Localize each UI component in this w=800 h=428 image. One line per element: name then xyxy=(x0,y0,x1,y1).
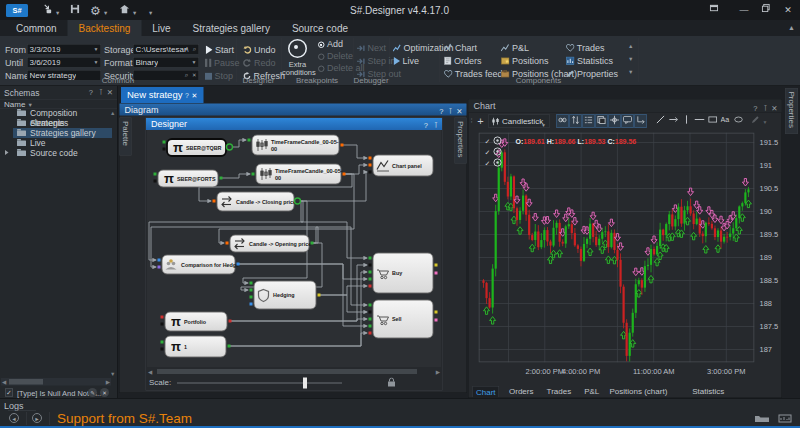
sort-tool-icon[interactable] xyxy=(570,114,582,128)
output-port[interactable] xyxy=(435,264,438,267)
add-radio[interactable]: Add xyxy=(318,38,343,51)
ribbon-tab-common[interactable]: Common xyxy=(5,20,68,36)
input-port[interactable] xyxy=(161,348,164,351)
diagram-node-sell[interactable]: Sell xyxy=(373,300,433,338)
diagram-node-chartpanel[interactable]: Chart panel xyxy=(373,155,433,176)
diagram-node-tfc2[interactable]: TimeFrameCandle_00-05-00 xyxy=(256,164,343,184)
diagram-node-portfolio[interactable]: πPortfolio xyxy=(165,312,227,331)
undo-button[interactable]: Undo xyxy=(243,44,276,55)
copy-tool-icon[interactable] xyxy=(596,114,608,128)
storage-field[interactable]: C:\Users\tesar\Do...⌕▼ xyxy=(133,44,199,55)
input-port[interactable] xyxy=(369,157,372,160)
next-button[interactable]: Next xyxy=(357,42,386,53)
input-port[interactable] xyxy=(252,173,255,176)
scroll-up-icon[interactable]: ▲ xyxy=(110,110,115,116)
input-port[interactable] xyxy=(369,264,372,267)
input-port[interactable] xyxy=(161,316,164,319)
draw-rect-icon[interactable] xyxy=(707,114,719,128)
ribbon-collapse-icon[interactable]: ▲ xyxy=(788,23,795,31)
help-icon[interactable]: ? xyxy=(89,88,93,97)
input-port[interactable] xyxy=(250,289,253,292)
chart-tab-positions-chart-[interactable]: Positions (chart) xyxy=(607,386,671,397)
input-port[interactable] xyxy=(154,180,157,183)
dropdown-icon[interactable]: ▼ xyxy=(94,47,99,53)
input-port[interactable] xyxy=(154,173,157,176)
bubble-tool-icon[interactable] xyxy=(622,114,634,128)
schemas-vertical-scrollbar[interactable]: ▲ ▼ xyxy=(109,110,116,377)
series-type-combo[interactable]: Candlestick▼ xyxy=(489,114,550,128)
input-port[interactable] xyxy=(250,296,253,299)
list-tool-icon[interactable] xyxy=(583,114,595,128)
draw-vline-icon[interactable] xyxy=(681,114,693,128)
input-port[interactable] xyxy=(163,148,166,151)
diagram-node-comparison[interactable]: Comparison for Hedge xyxy=(162,255,239,274)
step-in-button[interactable]: Step in xyxy=(357,55,396,66)
input-port[interactable] xyxy=(226,242,229,245)
corner-tool-icon[interactable] xyxy=(635,114,647,128)
draw-hline-icon[interactable] xyxy=(694,114,706,128)
diagram-horizontal-scrollbar[interactable]: ◀ ▶ xyxy=(147,368,441,375)
output-port[interactable] xyxy=(227,144,233,150)
dropdown-icon[interactable]: ▼ xyxy=(192,60,197,66)
input-port[interactable] xyxy=(163,141,166,144)
connect-dropdown-icon[interactable]: ▾ xyxy=(56,5,59,20)
pin-icon[interactable]: ⊺ xyxy=(99,88,103,97)
app-logo[interactable]: S# xyxy=(6,4,28,17)
ribbon-tab-live[interactable]: Live xyxy=(141,20,181,36)
diagram-node-closing[interactable]: Candle -> Closing price xyxy=(217,192,296,211)
dropdown-icon[interactable]: ▼ xyxy=(94,60,99,66)
link-tool-icon[interactable] xyxy=(557,114,569,128)
chart-status-icon[interactable] xyxy=(777,414,793,426)
forward-icon[interactable]: ► xyxy=(32,413,42,423)
chart-tab-chart[interactable]: Chart xyxy=(473,386,500,397)
draw-arrow-icon[interactable] xyxy=(668,114,680,128)
chart-tab-statistics[interactable]: Statistics xyxy=(689,386,727,397)
chart-tab-trades[interactable]: Trades xyxy=(544,386,575,397)
live-button[interactable]: Live xyxy=(393,55,419,66)
draw-line-icon[interactable] xyxy=(655,114,667,128)
output-port[interactable] xyxy=(295,198,301,204)
ribbon-tab-strategies-gallery[interactable]: Strategies gallery xyxy=(182,20,281,36)
input-port[interactable] xyxy=(158,266,161,269)
input-port[interactable] xyxy=(369,171,372,174)
diagram-node-buy[interactable]: Buy xyxy=(373,253,433,293)
gear-dropdown-icon[interactable]: ▾ xyxy=(104,5,107,20)
input-port[interactable] xyxy=(158,259,161,262)
draw-ellipse-icon[interactable] xyxy=(733,114,745,128)
tree-item-strategies[interactable]: Strategies xyxy=(0,118,112,128)
pause-button[interactable]: Pause xyxy=(205,57,240,68)
gear-icon[interactable]: ⚙ xyxy=(90,3,101,18)
diagram-node-tqbr[interactable]: πSBER@TQBR xyxy=(167,139,226,156)
home-dropdown-icon[interactable]: ▾ xyxy=(133,5,136,20)
output-port[interactable] xyxy=(435,319,438,322)
scale-slider[interactable] xyxy=(177,383,342,384)
crosshair-tool-icon[interactable] xyxy=(609,114,621,128)
home-icon[interactable] xyxy=(119,3,130,18)
input-port[interactable] xyxy=(161,341,164,344)
input-port[interactable] xyxy=(369,164,372,167)
help-icon[interactable]: ? xyxy=(185,92,189,100)
input-port[interactable] xyxy=(369,318,372,321)
output-port[interactable] xyxy=(228,345,231,348)
qat-dropdown-icon[interactable]: ▾ xyxy=(149,5,152,20)
tree-item-source-code[interactable]: Source code xyxy=(0,148,112,158)
diagram-node-opening[interactable]: Candle -> Opening price xyxy=(230,235,311,252)
status-message[interactable]: Support from S#.Team xyxy=(57,411,192,427)
close-button[interactable]: ✕ xyxy=(778,0,798,19)
chart-tab-p-l[interactable]: P&L xyxy=(581,386,602,397)
output-port[interactable] xyxy=(343,173,346,176)
tree-item-strategies-gallery[interactable]: Strategies gallery xyxy=(0,128,112,138)
redo-button[interactable]: Redo xyxy=(243,57,276,68)
input-port[interactable] xyxy=(161,323,164,326)
component-trades[interactable]: Trades xyxy=(566,42,605,53)
lock-icon[interactable] xyxy=(387,378,396,391)
input-port[interactable] xyxy=(248,139,251,142)
diagram-node-hedging[interactable]: Hedging xyxy=(254,281,316,309)
diagram-properties-tab[interactable]: Properties xyxy=(455,118,467,164)
palette-tab[interactable]: Palette xyxy=(120,118,132,156)
ribbon-tab-backtesting[interactable]: Backtesting xyxy=(68,20,142,36)
pin-icon[interactable]: ⊺ xyxy=(449,105,453,117)
close-icon[interactable]: ✕ xyxy=(107,88,113,97)
minimize-button[interactable]: — xyxy=(734,0,754,19)
diagram-canvas[interactable]: πSBER@TQBRπSBER@FORTSTimeFrameCandle_00-… xyxy=(147,130,441,367)
